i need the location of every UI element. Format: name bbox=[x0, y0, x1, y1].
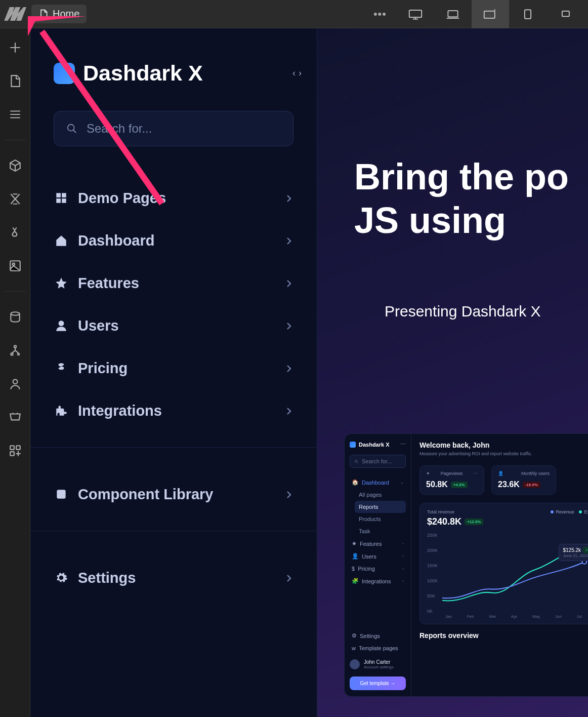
star-icon bbox=[54, 275, 69, 291]
dollar-icon bbox=[54, 361, 69, 376]
webflow-logo[interactable] bbox=[4, 3, 26, 25]
breakpoint-tablet-portrait[interactable] bbox=[509, 0, 547, 28]
nav-label: Dashboard bbox=[78, 232, 154, 249]
puzzle-icon bbox=[54, 403, 69, 418]
sidebar-item-dashboard[interactable]: Dashboard bbox=[30, 219, 317, 262]
chevron-right-icon bbox=[284, 275, 293, 292]
svg-point-9 bbox=[14, 345, 16, 347]
preview-menu-icon: ⋯ bbox=[400, 441, 406, 448]
cms-tool[interactable] bbox=[5, 307, 25, 327]
navigator-tool[interactable] bbox=[5, 104, 25, 125]
breakpoint-mobile[interactable] bbox=[547, 0, 584, 28]
sidebar-item-component-library[interactable]: Component Library bbox=[30, 473, 317, 515]
preview-card-monthly-users: 👤 Monthly users 23.6K-18.9% bbox=[491, 465, 556, 495]
svg-rect-1 bbox=[448, 11, 457, 17]
preview-nav-pricing: $ Pricing› bbox=[350, 563, 406, 575]
search-icon bbox=[354, 459, 359, 464]
chart-tooltip: $125.2k +8.6% June 21, 2023 bbox=[559, 544, 589, 561]
sidebar-item-settings[interactable]: Settings bbox=[30, 556, 317, 599]
preview-reports-title: Reports overview bbox=[419, 631, 588, 640]
breakpoint-desktop[interactable] bbox=[397, 0, 434, 28]
svg-rect-13 bbox=[16, 446, 20, 450]
pages-tool[interactable] bbox=[5, 71, 25, 91]
current-page-name: Home bbox=[53, 8, 79, 20]
svg-rect-16 bbox=[56, 193, 61, 197]
page-select-button[interactable]: Home bbox=[31, 5, 87, 23]
preview-cta: Get template → bbox=[350, 676, 406, 690]
brand-row: Dashdark X ‹ › bbox=[30, 28, 317, 86]
variables-tool[interactable] bbox=[5, 189, 25, 209]
preview-sidebar: Dashdark X ⋯ Search for... 🏠 Dashboard⌄ … bbox=[345, 434, 411, 696]
nav-label: Pricing bbox=[78, 360, 128, 377]
nav-label: Demo Pages bbox=[78, 190, 166, 207]
tool-rail bbox=[0, 28, 30, 717]
preview-logo-icon bbox=[350, 442, 356, 448]
nav-label: Integrations bbox=[78, 403, 162, 419]
preview-chart: Total revenue $240.8K+12.3% Revenue Expe… bbox=[419, 503, 588, 624]
svg-rect-5 bbox=[562, 11, 569, 16]
sidebar-item-users[interactable]: Users bbox=[30, 304, 317, 347]
search-icon bbox=[66, 123, 77, 134]
grid-icon bbox=[54, 190, 69, 206]
chevron-right-icon bbox=[284, 360, 293, 377]
chevron-right-icon bbox=[284, 190, 293, 207]
hero-heading: Bring the poJS using bbox=[354, 155, 569, 243]
sidebar-search[interactable]: Search for... bbox=[54, 111, 293, 146]
svg-rect-2 bbox=[484, 11, 495, 18]
ecommerce-tool[interactable] bbox=[5, 407, 25, 427]
sidebar-item-demo-pages[interactable]: Demo Pages bbox=[30, 177, 317, 219]
topbar-more-icon[interactable]: ••• bbox=[373, 8, 387, 21]
chevron-right-icon bbox=[284, 403, 293, 419]
nav-label: Features bbox=[78, 275, 139, 292]
page-icon bbox=[38, 9, 49, 19]
layers-icon bbox=[54, 487, 69, 502]
sidebar-item-features[interactable]: Features bbox=[30, 262, 317, 304]
users-tool[interactable] bbox=[5, 374, 25, 394]
svg-text:*: * bbox=[494, 8, 496, 13]
chevron-right-icon bbox=[284, 317, 293, 334]
sidebar-item-integrations[interactable]: Integrations bbox=[30, 389, 317, 432]
assets-tool[interactable] bbox=[5, 256, 25, 276]
brand-logo-icon bbox=[54, 63, 75, 84]
svg-point-15 bbox=[68, 125, 74, 131]
svg-rect-4 bbox=[525, 10, 531, 19]
hero-subtitle: Presenting Dashdark X bbox=[385, 303, 541, 320]
dashboard-preview: Dashdark X ⋯ Search for... 🏠 Dashboard⌄ … bbox=[344, 433, 588, 697]
chevron-right-icon bbox=[284, 486, 293, 503]
design-canvas[interactable]: Dashdark X ‹ › Search for... Demo Pages … bbox=[30, 28, 588, 717]
brand-prev-icon[interactable]: ‹ bbox=[292, 68, 296, 78]
logic-tool[interactable] bbox=[5, 340, 25, 361]
apps-tool[interactable] bbox=[5, 441, 25, 461]
brand-next-icon[interactable]: › bbox=[299, 68, 302, 78]
breakpoint-laptop[interactable] bbox=[434, 0, 472, 28]
search-placeholder: Search for... bbox=[87, 122, 152, 136]
home-icon bbox=[54, 233, 69, 248]
svg-rect-17 bbox=[62, 193, 66, 197]
svg-point-10 bbox=[11, 353, 13, 355]
svg-rect-18 bbox=[56, 198, 61, 203]
svg-point-7 bbox=[12, 263, 14, 265]
chevron-right-icon bbox=[284, 570, 293, 586]
sidebar-item-pricing[interactable]: Pricing bbox=[30, 347, 317, 389]
preview-nav-users: 👤 Users› bbox=[350, 550, 406, 563]
styles-tool[interactable] bbox=[5, 222, 25, 243]
svg-point-22 bbox=[355, 460, 358, 462]
brand-title: Dashdark X bbox=[83, 61, 284, 86]
add-element-tool[interactable] bbox=[5, 37, 25, 58]
chevron-right-icon bbox=[284, 232, 293, 249]
svg-point-20 bbox=[59, 321, 64, 326]
breakpoint-tablet-landscape[interactable]: * bbox=[472, 0, 509, 28]
template-sidebar: Dashdark X ‹ › Search for... Demo Pages … bbox=[30, 28, 317, 717]
breakpoint-group: * bbox=[397, 0, 584, 28]
sidebar-nav: Demo Pages Dashboard Features Users Pric bbox=[30, 177, 317, 432]
preview-nav-dashboard: 🏠 Dashboard⌄ bbox=[350, 476, 406, 489]
components-tool[interactable] bbox=[5, 155, 25, 176]
avatar-icon bbox=[350, 659, 360, 669]
user-icon bbox=[54, 318, 69, 333]
designer-topbar: Home ••• * bbox=[0, 0, 588, 28]
nav-label: Users bbox=[78, 317, 119, 334]
preview-search: Search for... bbox=[350, 455, 406, 468]
preview-nav-integrations: 🧩 Integrations› bbox=[350, 575, 406, 587]
svg-rect-19 bbox=[62, 198, 66, 203]
preview-nav-features: ★ Features› bbox=[350, 537, 406, 550]
